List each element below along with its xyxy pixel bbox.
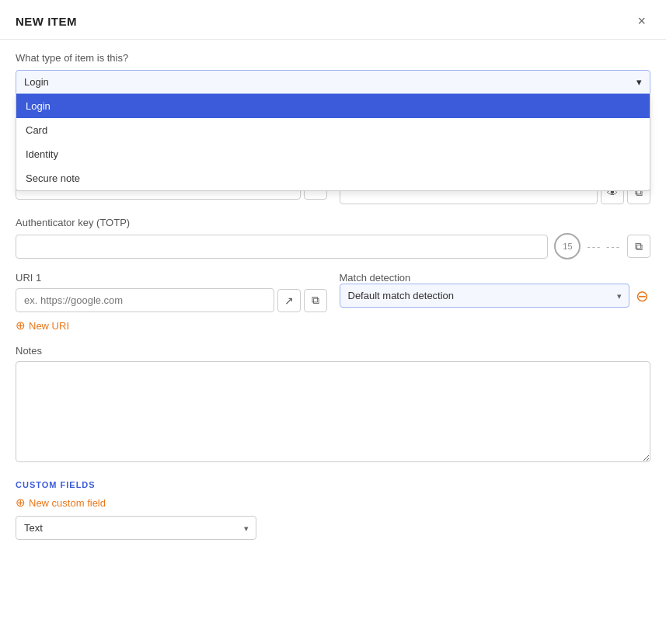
new-uri-label: New URI — [29, 320, 69, 332]
modal-header: NEW ITEM × — [0, 0, 666, 40]
totp-input[interactable] — [16, 235, 548, 259]
remove-uri-button[interactable]: ⊖ — [634, 288, 650, 304]
new-uri-button[interactable]: ⊕ New URI — [16, 319, 69, 332]
type-question: What type of item is this? Login ▾ Login… — [16, 52, 650, 94]
uri-copy-button[interactable]: ⧉ — [304, 289, 327, 312]
match-detection-select[interactable]: Default match detection Base domain Host… — [340, 284, 630, 308]
new-custom-field-button[interactable]: ⊕ New custom field — [16, 496, 106, 510]
notes-label: Notes — [16, 345, 42, 357]
totp-section: Authenticator key (TOTP) 15 --- --- ⧉ — [16, 217, 650, 259]
uri-input-row: ↗ ⧉ — [16, 288, 327, 312]
custom-field-type-select[interactable]: Text Hidden Boolean Linked — [16, 516, 256, 540]
type-selected-value: Login — [24, 76, 49, 88]
minus-circle-icon: ⊖ — [636, 287, 649, 305]
type-dropdown-list: Login Card Identity Secure note — [16, 94, 650, 191]
type-dropdown-trigger[interactable]: Login ▾ — [16, 70, 650, 94]
plus-circle-icon-cf: ⊕ — [16, 496, 26, 510]
totp-timer-circle: 15 — [554, 233, 581, 259]
launch-icon: ↗ — [284, 294, 294, 307]
notes-section: Notes — [16, 345, 650, 465]
uri-label: URI 1 — [16, 272, 41, 284]
custom-fields-label: CUSTOM FIELDS — [16, 480, 650, 489]
match-detection-label: Match detection — [340, 272, 411, 284]
custom-field-type-wrapper: Text Hidden Boolean Linked ▾ — [16, 516, 256, 540]
copy-icon-uri: ⧉ — [312, 294, 319, 307]
custom-fields-section: CUSTOM FIELDS ⊕ New custom field Text Hi… — [16, 480, 650, 540]
new-item-modal: NEW ITEM × What type of item is this? Lo… — [0, 0, 666, 644]
uri-section: URI 1 ↗ ⧉ — [16, 272, 327, 312]
totp-dashes: --- --- — [587, 241, 621, 252]
modal-body: What type of item is this? Login ▾ Login… — [0, 40, 666, 552]
copy-icon-totp: ⧉ — [635, 240, 643, 253]
totp-copy-button[interactable]: ⧉ — [627, 235, 650, 258]
uri-match-row: URI 1 ↗ ⧉ Match detection Default — [16, 272, 650, 312]
notes-textarea[interactable] — [16, 361, 650, 462]
modal-title: NEW ITEM — [16, 15, 77, 28]
match-detection-dropdown-wrapper: Default match detection Base domain Host… — [340, 284, 630, 308]
totp-row: 15 --- --- ⧉ — [16, 233, 650, 259]
type-label: What type of item is this? — [16, 52, 650, 64]
totp-timer-value: 15 — [563, 242, 572, 251]
totp-label: Authenticator key (TOTP) — [16, 217, 130, 228]
type-dropdown-container: Login ▾ Login Card Identity Secure note — [16, 70, 650, 94]
new-custom-field-label: New custom field — [29, 497, 106, 509]
close-button[interactable]: × — [633, 12, 650, 30]
match-detection-row: Default match detection Base domain Host… — [340, 284, 651, 308]
type-option-card[interactable]: Card — [16, 118, 650, 142]
type-option-login[interactable]: Login — [16, 94, 650, 118]
type-option-identity[interactable]: Identity — [16, 142, 650, 166]
chevron-down-icon: ▾ — [636, 76, 642, 88]
uri-launch-button[interactable]: ↗ — [277, 289, 301, 312]
match-detection-section: Match detection Default match detection … — [340, 272, 651, 312]
type-option-secure-note[interactable]: Secure note — [16, 166, 650, 190]
uri-input[interactable] — [16, 288, 274, 312]
plus-circle-icon: ⊕ — [16, 319, 26, 332]
